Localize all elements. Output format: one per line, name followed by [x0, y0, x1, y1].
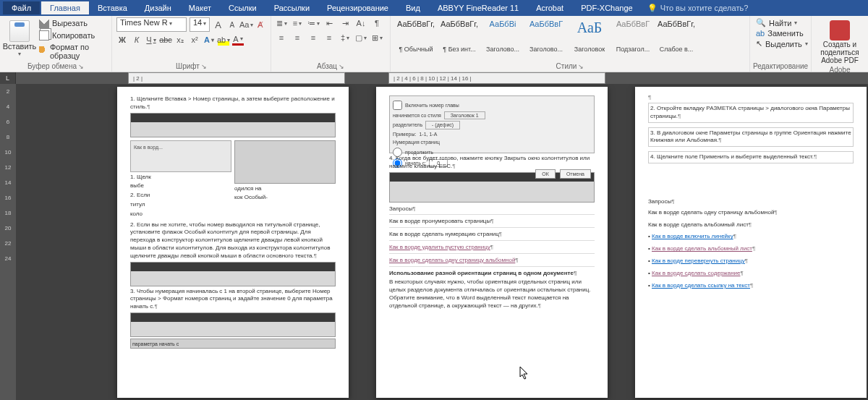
embedded-screenshot [130, 312, 336, 337]
doc-link: Как в ворде удалить пустую страницу [389, 242, 595, 254]
superscript-button[interactable]: x² [189, 34, 200, 46]
group-styles: АаБбВвГг,¶ ОбычныйАаБбВвГг,¶ Без инт...А… [391, 16, 750, 72]
ruler-horizontal[interactable]: L | 2 | | 2 | 4 | 6 | 8 | 10 | 12 | 14 |… [0, 72, 868, 84]
menu-mailings[interactable]: Рассылки [265, 1, 318, 14]
copy-button[interactable]: Копировать [38, 30, 107, 41]
doc-text: 4. Когда все будет готово, нажмите кнопк… [389, 155, 595, 171]
highlight-button[interactable]: ab [218, 34, 229, 46]
embedded-screenshot [234, 140, 336, 184]
doc-link: Как в ворде сделать альбомный лист [648, 220, 854, 231]
bullets-button[interactable]: ≣ [276, 17, 287, 29]
tell-me-search[interactable]: 💡 Что вы хотите сделать? [647, 4, 749, 13]
scissors-icon [39, 18, 49, 28]
doc-text: 1. Щелкните Вставка > Номер страницы, а … [130, 95, 336, 111]
menu-acrobat[interactable]: Acrobat [527, 1, 572, 14]
underline-button[interactable]: Ч [145, 34, 157, 46]
sort-button[interactable]: A↓ [355, 17, 367, 29]
doc-text: 3. В диалоговом окне Параметры страницы … [648, 127, 854, 148]
font-size-select[interactable]: 14 [190, 17, 210, 32]
change-case-button[interactable]: Aa [241, 19, 252, 30]
shading-button[interactable]: ▢ [355, 32, 367, 43]
menu-review[interactable]: Рецензирование [318, 1, 397, 14]
group-font: Times New R 14 A A Aa A̸ Ж К Ч abc x₂ x²… [112, 16, 271, 72]
adobe-create-share-button[interactable]: Создать и поделиться Adobe PDF [816, 17, 864, 64]
justify-button[interactable]: ≡ [323, 32, 335, 43]
align-center-button[interactable]: ≡ [292, 32, 303, 43]
doc-link: Как в ворде сделать одну страницу альбом… [648, 208, 854, 218]
strike-button[interactable]: abc [160, 34, 171, 46]
style-card[interactable]: АаБбВвГПодзагол... [612, 17, 654, 55]
decrease-indent-button[interactable]: ⇤ [323, 17, 335, 29]
ruler-vertical[interactable]: 24681012141618202224 [0, 84, 16, 400]
style-card[interactable]: АаБбВвГг,¶ Без инт... [438, 17, 480, 55]
embedded-screenshot [130, 113, 336, 137]
menu-bar: Файл Главная Вставка Дизайн Макет Ссылки… [0, 0, 868, 16]
font-name-select[interactable]: Times New R [116, 17, 187, 32]
doc-link: • Как в ворде сделать альбомный лист [648, 244, 854, 255]
menu-file[interactable]: Файл [3, 1, 40, 14]
menu-abbyy[interactable]: ABBYY FineReader 11 [429, 1, 527, 14]
show-marks-button[interactable]: ¶ [371, 17, 383, 29]
ruler-corner: L [0, 72, 16, 84]
group-adobe: Создать и поделиться Adobe PDF Adobe [812, 16, 868, 72]
multilevel-button[interactable]: ≔ [307, 17, 319, 29]
font-launcher-icon[interactable]: ↘ [201, 63, 207, 70]
copy-icon [39, 30, 49, 41]
doc-link: • Как в ворде включить линейку [648, 231, 854, 242]
page-3: 2. Откройте вкладку РАЗМЕТКА страницы > … [635, 87, 867, 398]
bold-button[interactable]: Ж [116, 34, 128, 46]
embedded-screenshot: параметра начать с [130, 339, 336, 349]
embedded-dialog: Включить номер главы начинается со стиля… [389, 95, 595, 153]
group-clipboard: Вставить ▾ Вырезать Копировать Формат по… [0, 16, 112, 72]
select-button[interactable]: ↖Выделить▾ [754, 38, 807, 49]
page-1: 1. Щелкните Вставка > Номер страницы, а … [117, 87, 349, 398]
line-spacing-button[interactable]: ‡ [339, 32, 351, 43]
find-button[interactable]: 🔍Найти▾ [754, 17, 807, 28]
doc-text: В некоторых случаях нужно, чтобы ориента… [389, 278, 595, 310]
grow-font-button[interactable]: A [213, 19, 224, 30]
menu-home[interactable]: Главная [41, 1, 89, 14]
replace-icon: ab [756, 29, 765, 38]
page-2: Включить номер главы начинается со стиля… [376, 87, 608, 398]
menu-references[interactable]: Ссылки [220, 1, 265, 14]
clear-format-button[interactable]: A̸ [255, 19, 266, 30]
doc-text: 3. Чтобы нумерация начиналась с 1 на вто… [130, 288, 336, 311]
group-paragraph: ≣ ≡ ≔ ⇤ ⇥ A↓ ¶ ≡ ≡ ≡ ≡ ‡ ▢ ⊞ Абзац↘ [271, 16, 391, 72]
styles-gallery[interactable]: АаБбВвГг,¶ ОбычныйАаБбВвГг,¶ Без инт...А… [395, 17, 745, 58]
style-card[interactable]: АаБбВіЗаголово... [482, 17, 524, 55]
doc-link: • Как в ворде перевернуть страницу [648, 256, 854, 267]
style-card[interactable]: АаБбВвГг,¶ Обычный [395, 17, 437, 55]
doc-link: Запросы [389, 204, 595, 216]
clipboard-launcher-icon[interactable]: ↘ [78, 63, 84, 70]
shrink-font-button[interactable]: A [226, 19, 237, 30]
format-painter-button[interactable]: Формат по образцу [38, 42, 107, 61]
lightbulb-icon: 💡 [647, 4, 658, 13]
cut-button[interactable]: Вырезать [38, 17, 107, 29]
font-color-button[interactable]: A [232, 34, 244, 46]
align-right-button[interactable]: ≡ [307, 32, 319, 43]
menu-design[interactable]: Дизайн [136, 1, 180, 14]
italic-button[interactable]: К [131, 34, 142, 46]
paste-button[interactable]: Вставить ▾ [4, 17, 35, 61]
doc-text: 2. Если вы не хотите, чтобы номер выводи… [130, 221, 336, 260]
subscript-button[interactable]: x₂ [174, 34, 186, 46]
document-workspace[interactable]: 1. Щелкните Вставка > Номер страницы, а … [16, 84, 868, 400]
menu-pdfxchange[interactable]: PDF-XChange [572, 1, 642, 14]
adobe-pdf-icon [830, 20, 850, 41]
increase-indent-button[interactable]: ⇥ [339, 17, 351, 29]
align-left-button[interactable]: ≡ [276, 32, 287, 43]
style-card[interactable]: АаБбВвГЗаголово... [525, 17, 567, 55]
replace-button[interactable]: abЗаменить [754, 28, 807, 38]
text-effects-button[interactable]: A [203, 34, 215, 46]
style-card[interactable]: АаБЗаголовок [569, 17, 610, 55]
paragraph-launcher-icon[interactable]: ↘ [339, 63, 344, 70]
style-card[interactable]: АаБбВвГг,Слабое в... [655, 17, 697, 55]
group-editing: 🔍Найти▾ abЗаменить ↖Выделить▾ Редактиров… [750, 16, 812, 72]
menu-layout[interactable]: Макет [180, 1, 220, 14]
doc-link: Как в ворде сделать одну страницу альбом… [389, 255, 595, 267]
menu-view[interactable]: Вид [397, 1, 429, 14]
borders-button[interactable]: ⊞ [371, 32, 383, 43]
numbering-button[interactable]: ≡ [292, 17, 303, 29]
styles-launcher-icon[interactable]: ↘ [578, 63, 584, 70]
menu-insert[interactable]: Вставка [89, 1, 136, 14]
